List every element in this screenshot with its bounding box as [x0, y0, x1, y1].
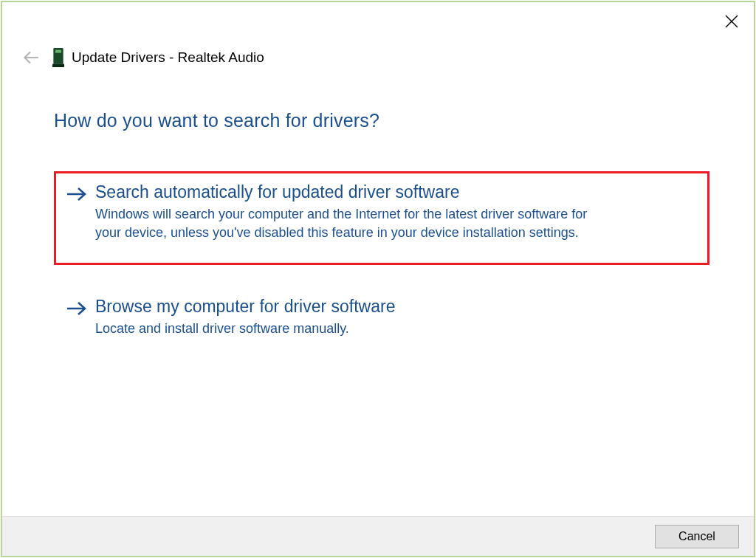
- back-button: [20, 46, 42, 69]
- footer: Cancel: [2, 516, 754, 556]
- option-title: Browse my computer for driver software: [95, 296, 698, 318]
- close-button[interactable]: [723, 13, 740, 30]
- back-arrow-icon: [21, 48, 41, 67]
- option-title: Search automatically for updated driver …: [95, 182, 698, 204]
- option-browse-computer[interactable]: Browse my computer for driver software L…: [54, 286, 709, 353]
- arrow-right-icon: [66, 299, 88, 318]
- option-description: Windows will search your computer and th…: [95, 205, 597, 242]
- cancel-button[interactable]: Cancel: [655, 525, 739, 548]
- option-text-block: Search automatically for updated driver …: [95, 182, 698, 242]
- option-search-automatically[interactable]: Search automatically for updated driver …: [54, 171, 709, 265]
- svg-rect-4: [55, 49, 61, 52]
- device-icon: [52, 49, 64, 66]
- option-description: Locate and install driver software manua…: [95, 320, 597, 338]
- dialog-window: Update Drivers - Realtek Audio How do yo…: [1, 1, 755, 557]
- page-heading: How do you want to search for drivers?: [54, 110, 709, 131]
- close-icon: [723, 13, 740, 30]
- window-title: Update Drivers - Realtek Audio: [72, 49, 264, 66]
- arrow-right-icon: [66, 185, 88, 204]
- header: Update Drivers - Realtek Audio: [2, 2, 754, 69]
- option-text-block: Browse my computer for driver software L…: [95, 296, 698, 338]
- svg-rect-5: [52, 63, 64, 67]
- content-area: How do you want to search for drivers? S…: [2, 69, 754, 516]
